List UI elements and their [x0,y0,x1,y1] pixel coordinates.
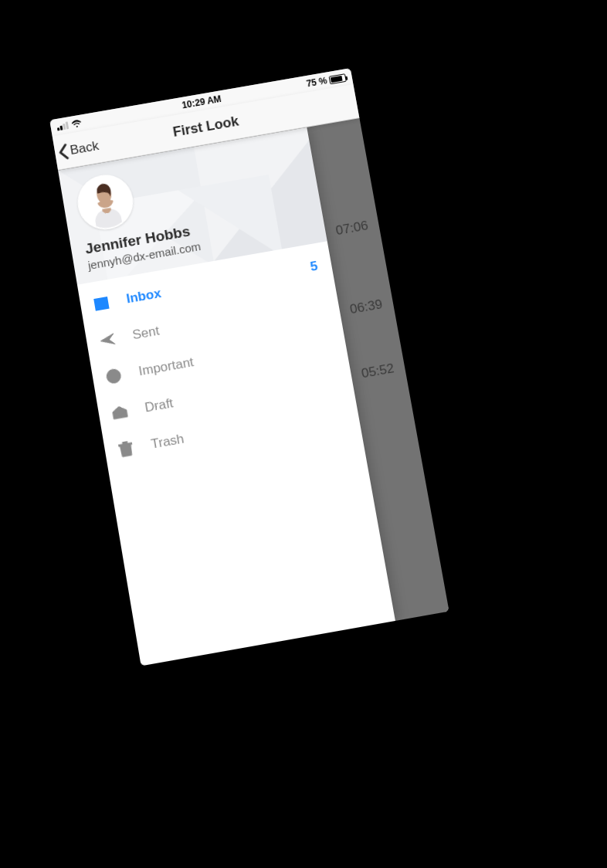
phone-frame: 07:06 06:39 05:52 10:29 AM 75 % [49,68,449,666]
chevron-left-icon [56,143,70,161]
menu-item-label: Inbox [125,286,162,307]
draft-icon [110,403,129,422]
mail-item-time: 06:39 [349,297,384,317]
mail-item-time: 07:06 [334,218,369,239]
send-icon [98,331,117,350]
inbox-icon [92,294,111,314]
svg-rect-3 [114,378,115,380]
unread-count-badge: 5 [309,259,319,275]
back-button[interactable]: Back [56,129,102,169]
svg-rect-2 [112,372,114,377]
trash-icon [116,439,135,459]
menu-item-label: Draft [144,395,175,415]
page-title: First Look [171,114,239,141]
stage: 07:06 06:39 05:52 10:29 AM 75 % [0,0,607,868]
menu-item-label: Important [137,354,195,379]
menu-item-label: Sent [131,324,161,344]
important-icon [104,366,124,385]
menu-item-label: Trash [150,432,185,453]
mail-item-time: 05:52 [360,361,395,381]
back-label: Back [69,138,100,158]
